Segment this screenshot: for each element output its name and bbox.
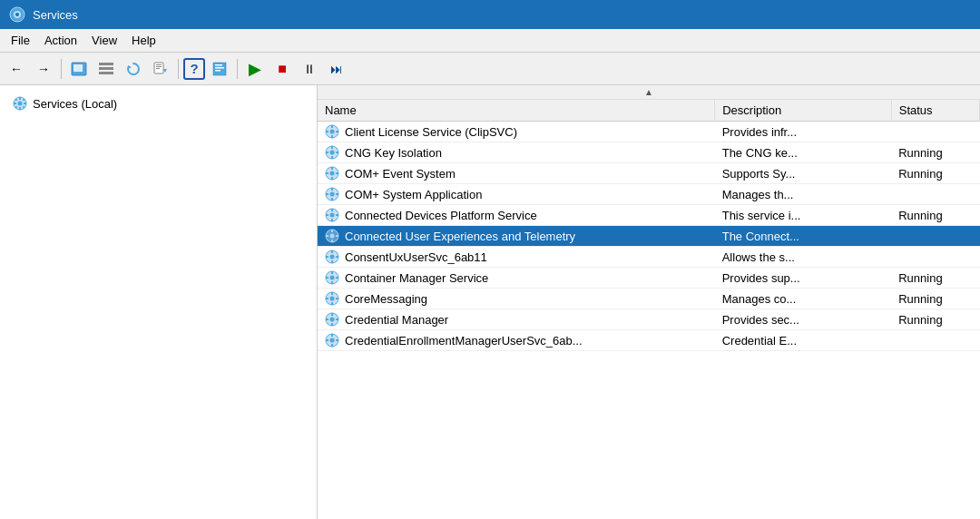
svg-point-48	[330, 192, 335, 197]
svg-rect-86	[331, 323, 333, 326]
refresh-button[interactable]	[121, 56, 146, 82]
forward-button[interactable]: →	[31, 56, 56, 82]
table-row[interactable]: COM+ System ApplicationManages th...	[318, 184, 980, 205]
service-gear-icon	[325, 291, 339, 306]
svg-rect-55	[331, 209, 333, 211]
service-description-text: The CNG ke...	[715, 142, 892, 163]
svg-rect-5	[75, 73, 83, 74]
service-name-cell: COM+ System Application	[318, 184, 715, 205]
svg-rect-39	[326, 152, 328, 153]
table-row[interactable]: Client License Service (ClipSVC)Provides…	[318, 122, 980, 142]
svg-rect-88	[336, 318, 338, 320]
col-header-name[interactable]: Name	[318, 100, 715, 122]
svg-rect-74	[331, 281, 333, 284]
svg-rect-7	[99, 67, 113, 70]
table-row[interactable]: COM+ Event SystemSupports Sy...Running	[318, 163, 980, 184]
export-button[interactable]	[148, 56, 173, 82]
refresh-icon	[126, 62, 141, 76]
properties-button[interactable]	[207, 56, 232, 82]
details-view-button[interactable]	[93, 56, 119, 82]
table-row[interactable]: CredentialEnrollmentManagerUserSvc_6ab..…	[318, 330, 980, 351]
service-name-cell: Connected Devices Platform Service	[318, 205, 715, 226]
svg-rect-45	[326, 172, 328, 174]
svg-rect-79	[331, 292, 333, 295]
service-description-text: Provides infr...	[715, 122, 892, 142]
service-gear-icon	[325, 208, 339, 222]
svg-rect-87	[326, 318, 328, 320]
restart-service-button[interactable]: ⏭	[324, 56, 349, 82]
svg-rect-69	[326, 256, 328, 258]
svg-rect-56	[331, 219, 333, 221]
service-gear-icon	[325, 312, 339, 327]
table-row[interactable]: CNG Key IsolationThe CNG ke...Running	[318, 142, 980, 163]
table-row[interactable]: ConsentUxUserSvc_6ab11Allows the s...	[318, 247, 980, 268]
svg-rect-46	[336, 172, 338, 174]
services-local-item[interactable]: Services (Local)	[7, 93, 309, 114]
stop-service-button[interactable]: ■	[270, 56, 295, 82]
menu-file[interactable]: File	[4, 32, 37, 49]
svg-rect-61	[331, 230, 333, 232]
collapse-bar[interactable]: ▲	[318, 85, 980, 100]
col-header-status[interactable]: Status	[891, 100, 979, 122]
menu-bar: File Action View Help	[0, 29, 980, 53]
service-name-text: COM+ System Application	[345, 188, 482, 201]
svg-point-66	[330, 255, 335, 260]
svg-point-30	[330, 130, 335, 134]
table-header-row: Name Description Status	[318, 100, 980, 122]
service-description-text: Manages th...	[715, 184, 892, 205]
svg-rect-80	[331, 302, 333, 305]
service-gear-icon	[325, 250, 339, 264]
menu-view[interactable]: View	[84, 32, 124, 49]
services-table: Name Description Status Client License S…	[318, 100, 980, 351]
svg-rect-13	[156, 68, 160, 69]
svg-rect-58	[336, 214, 338, 216]
console-view-button[interactable]	[66, 56, 92, 82]
table-row[interactable]: Container Manager ServiceProvides sup...…	[318, 268, 980, 289]
table-row[interactable]: Connected User Experiences and Telemetry…	[318, 226, 980, 247]
svg-rect-33	[326, 131, 328, 132]
svg-point-78	[330, 297, 335, 301]
svg-rect-94	[336, 339, 338, 341]
export-icon	[153, 62, 168, 76]
table-row[interactable]: Credential ManagerProvides sec...Running	[318, 309, 980, 330]
service-status-text: Running	[891, 268, 979, 289]
pause-service-button[interactable]: ⏸	[297, 56, 322, 82]
svg-point-2	[15, 13, 19, 16]
window-title: Services	[33, 8, 78, 22]
service-name-text: CNG Key Isolation	[345, 146, 442, 160]
service-status-text: Running	[891, 309, 979, 330]
table-row[interactable]: CoreMessagingManages co...Running	[318, 289, 980, 309]
svg-point-54	[330, 213, 335, 218]
menu-help[interactable]: Help	[124, 32, 163, 49]
svg-rect-51	[326, 193, 328, 195]
service-name-text: Container Manager Service	[345, 271, 488, 285]
service-gear-icon	[325, 187, 339, 201]
col-header-description[interactable]: Description	[715, 100, 892, 122]
service-name-text: Connected User Experiences and Telemetry	[345, 230, 575, 243]
start-service-button[interactable]: ▶	[242, 56, 268, 82]
svg-rect-82	[336, 298, 338, 299]
svg-rect-50	[331, 198, 333, 201]
svg-rect-22	[19, 107, 21, 110]
toolbar: ← → ?	[0, 53, 980, 85]
service-name-text: CoreMessaging	[345, 292, 427, 306]
properties-icon	[212, 62, 227, 76]
help-button[interactable]: ?	[183, 58, 205, 80]
svg-point-72	[330, 276, 335, 280]
svg-rect-81	[326, 298, 328, 299]
svg-rect-18	[215, 70, 220, 72]
svg-point-36	[330, 151, 335, 155]
service-name-text: CredentialEnrollmentManagerUserSvc_6ab..…	[345, 334, 583, 348]
menu-action[interactable]: Action	[37, 32, 84, 49]
service-name-cell: Client License Service (ClipSVC)	[318, 122, 715, 142]
services-table-container[interactable]: Name Description Status Client License S…	[318, 100, 980, 519]
table-row[interactable]: Connected Devices Platform ServiceThis s…	[318, 205, 980, 226]
svg-point-42	[330, 171, 335, 176]
back-button[interactable]: ←	[4, 56, 29, 82]
service-name-cell: Container Manager Service	[318, 268, 715, 289]
svg-rect-73	[331, 271, 333, 274]
svg-rect-17	[215, 67, 224, 69]
service-name-text: COM+ Event System	[345, 167, 456, 181]
app-icon	[9, 6, 25, 23]
svg-rect-92	[331, 344, 333, 347]
